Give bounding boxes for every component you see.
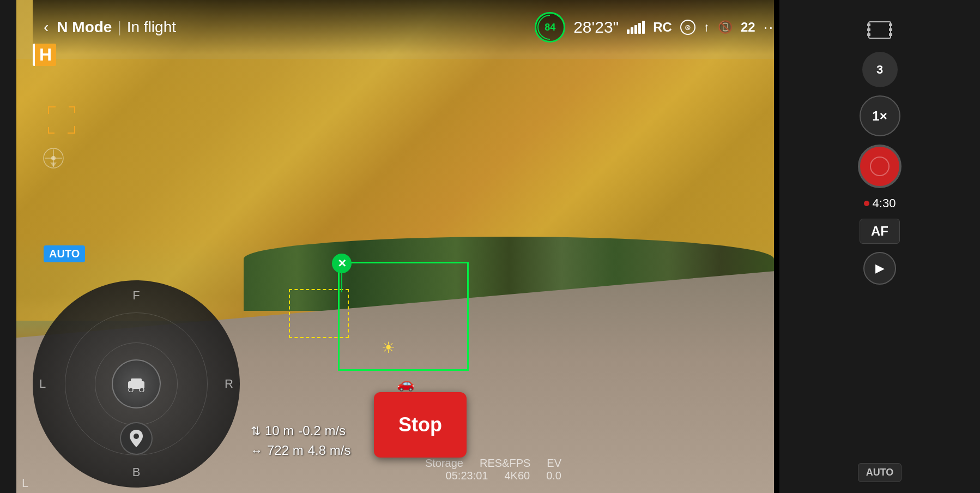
left-strip [0, 0, 16, 493]
joystick-label-back: B [132, 465, 141, 479]
sun-indicator: ☀ [382, 339, 395, 357]
svg-point-8 [134, 434, 139, 439]
right-panel: 3 1× 4:30 AF ▶ AUTO [779, 0, 980, 493]
vertical-speed: -0.2 m/s [298, 421, 346, 441]
horizontal-speed: 4.8 m/s [308, 441, 351, 460]
play-icon: ▶ [875, 261, 885, 275]
bar1 [627, 29, 630, 34]
distance-row: ↔ 722 m 4.8 m/s [251, 441, 350, 460]
svg-rect-11 [867, 28, 870, 31]
svg-rect-15 [889, 33, 892, 36]
top-hud: ‹ N Mode | In flight 84 28'23" RC ⊗ ↑ 📵 … [33, 0, 774, 55]
ev-label: EV [547, 457, 561, 470]
altitude-row: ⇅ 10 m -0.2 m/s [251, 421, 350, 441]
bar4 [638, 23, 641, 34]
svg-point-7 [140, 388, 144, 392]
rec-time-value: 4:30 [873, 196, 896, 211]
svg-rect-5 [131, 378, 142, 384]
wifi-icon: 📵 [718, 20, 733, 34]
rec-indicator [864, 201, 869, 206]
joystick-label-forward: F [132, 288, 140, 303]
auto-button-right[interactable]: AUTO [858, 463, 902, 482]
recording-time: 4:30 [864, 196, 896, 211]
home-badge: H [33, 44, 56, 66]
af-label: AF [871, 224, 888, 238]
altitude-value: 10 m [265, 421, 294, 441]
joystick-outer[interactable]: F L R B [33, 280, 240, 488]
joystick-label-right: R [225, 377, 233, 391]
zoom-3-value: 3 [876, 63, 883, 77]
playback-button[interactable]: ▶ [863, 252, 896, 285]
l-label: L [22, 476, 28, 490]
track-line [341, 273, 342, 292]
joystick-label-left: L [39, 377, 46, 391]
bar2 [631, 27, 633, 34]
separator: | [117, 19, 121, 36]
distance-icon: ↔ [251, 442, 263, 460]
location-pin[interactable] [120, 422, 153, 455]
signal-strength: 22 [741, 20, 755, 35]
bracket-bl [48, 127, 55, 134]
auto-right-label: AUTO [866, 467, 894, 478]
stop-label: Stop [398, 413, 442, 436]
ev-value: 0.0 [546, 470, 561, 482]
bracket-tr [69, 106, 75, 113]
track-close-button[interactable]: ✕ [332, 254, 352, 273]
storage-label: Storage [425, 457, 463, 470]
record-dot [870, 157, 890, 176]
bottom-info-bar: Storage RES&FPS EV 05:23:01 4K60 0.0 [425, 457, 561, 482]
more-options-button[interactable]: ··· [764, 19, 774, 36]
rc-label: RC [653, 20, 672, 35]
gps-icon: ⊗ [680, 20, 695, 35]
record-button[interactable] [858, 145, 902, 188]
svg-point-6 [129, 388, 133, 392]
storage-value: 05:23:01 [446, 470, 488, 482]
distance-value: 722 m [267, 441, 304, 460]
res-fps-value: 4K60 [504, 470, 530, 482]
altitude-icon: ⇅ [251, 422, 261, 440]
svg-rect-14 [889, 28, 892, 31]
info-values-row: 05:23:01 4K60 0.0 [425, 470, 561, 482]
tracking-box [338, 262, 469, 371]
bar5 [642, 21, 645, 34]
svg-rect-9 [869, 22, 891, 38]
bar3 [634, 25, 637, 34]
zoom-level-3[interactable]: 3 [862, 52, 898, 87]
zoom-1x-button[interactable]: 1× [860, 95, 900, 136]
flight-mode: N Mode [57, 19, 112, 36]
res-fps-label: RES&FPS [480, 457, 530, 470]
info-row: Storage RES&FPS EV [425, 457, 561, 470]
flight-status: In flight [127, 19, 535, 36]
landing-icon [43, 147, 64, 171]
close-icon: ✕ [337, 257, 347, 270]
af-button[interactable]: AF [860, 219, 900, 244]
joystick-knob[interactable] [112, 359, 161, 408]
flight-time: 28'23" [573, 18, 619, 37]
stop-button[interactable]: Stop [374, 392, 467, 458]
film-strip-icon[interactable] [863, 16, 896, 44]
upload-icon: ↑ [704, 20, 710, 34]
telemetry-display: ⇅ 10 m -0.2 m/s ↔ 722 m 4.8 m/s [251, 421, 350, 460]
back-button[interactable]: ‹ [44, 19, 49, 36]
battery-percent: 84 [545, 22, 555, 33]
battery-indicator: 84 [535, 12, 565, 43]
zoom-1x-label: 1× [872, 109, 887, 124]
svg-rect-12 [867, 33, 870, 36]
svg-point-3 [51, 156, 56, 160]
tracking-target: ✕ [332, 254, 352, 292]
camera-view: ‹ N Mode | In flight 84 28'23" RC ⊗ ↑ 📵 … [16, 0, 774, 493]
svg-rect-10 [867, 23, 870, 26]
auto-mode-badge: AUTO [44, 245, 85, 262]
gps-x: ⊗ [685, 23, 691, 32]
hud-right: 84 28'23" RC ⊗ ↑ 📵 22 ··· [535, 12, 774, 43]
joystick-area[interactable]: F L R B [33, 280, 245, 493]
signal-bars [627, 21, 645, 34]
svg-rect-13 [889, 23, 892, 26]
tracked-car-icon: 🚗 [397, 375, 414, 392]
focus-bracket [48, 106, 75, 134]
